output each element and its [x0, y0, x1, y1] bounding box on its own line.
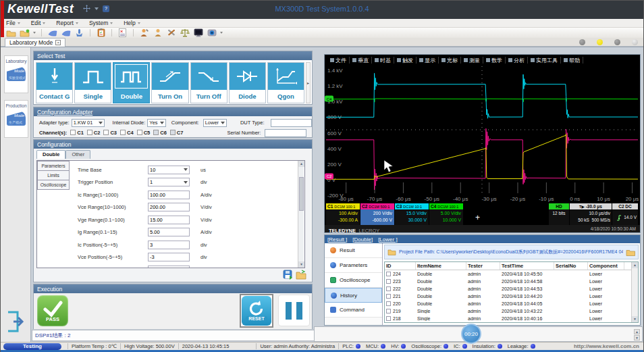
camera-icon[interactable]	[207, 28, 217, 37]
scroll-down-icon[interactable]: ▼	[298, 261, 304, 268]
manual-trigger-icon[interactable]	[74, 28, 84, 37]
scope-menu-item[interactable]: 实用工具	[528, 57, 561, 64]
channel-box-c1[interactable]: C1DC1M 100:1100 A/div-300.00 A	[326, 203, 360, 225]
scope-menu-item[interactable]: 帮助	[561, 57, 583, 64]
trigger-box[interactable]: C2 DC14.0 V	[612, 203, 638, 225]
table-row[interactable]: 221 Double admin 2020/4/18 10:44:20 Lowe…	[385, 293, 638, 300]
monitor-icon[interactable]	[193, 28, 203, 37]
field-select[interactable]: 1	[148, 178, 190, 186]
table-row[interactable]: 218 Single admin 2020/4/18 10:40:16 Lowe…	[385, 315, 638, 322]
scope-menu-item[interactable]: 触发	[394, 57, 417, 64]
table-row[interactable]: 223 Double admin 2020/4/18 10:44:58 Lowe…	[385, 278, 638, 285]
chevron-down-icon[interactable]	[95, 7, 99, 10]
tab-double[interactable]: Double	[36, 150, 65, 159]
test-qgon[interactable]: Qgon	[267, 62, 304, 103]
chevron-down-icon[interactable]	[33, 32, 36, 34]
form-scrollbar[interactable]: ▲ ▼	[298, 161, 304, 268]
table-row[interactable]: 224 Double admin 2020/4/18 10:45:50 Lowe…	[385, 270, 638, 278]
field-input[interactable]: 15.00	[148, 216, 190, 224]
menu-item[interactable]: Help	[124, 20, 140, 26]
menu-parameters[interactable]: Parameters	[325, 258, 382, 273]
scroll-down-icon[interactable]: ▼	[634, 335, 640, 341]
menu-item[interactable]: Edit	[31, 20, 46, 26]
scroll-up-icon[interactable]: ▲	[634, 329, 640, 334]
scope-menu-item[interactable]: 显示	[417, 57, 439, 64]
scales-icon[interactable]	[180, 28, 190, 37]
open-project-icon[interactable]	[6, 28, 16, 37]
menu-result[interactable]: Result	[325, 243, 382, 258]
channel-checkbox[interactable]: C7	[170, 130, 184, 136]
scope-menu-item[interactable]: 垂直	[350, 57, 372, 64]
test-double[interactable]: Double	[113, 62, 150, 103]
channel-box-c3[interactable]: C3DC1M 10:115.0 V/div30.000 V	[395, 203, 429, 225]
scope-menu-item[interactable]: 测量	[461, 57, 483, 64]
chevron-down-icon[interactable]	[220, 32, 223, 34]
channel-checkbox[interactable]: C2	[87, 130, 101, 136]
save-config-icon[interactable]	[283, 270, 293, 280]
scope-menu-item[interactable]: 数学	[483, 57, 506, 64]
task-list-icon[interactable]	[96, 28, 106, 37]
tab-other[interactable]: Other	[65, 150, 90, 159]
test-single[interactable]: Single	[74, 62, 111, 103]
tab-laboratory-mode[interactable]: Laboratory Mode ×	[5, 38, 65, 47]
scope-menu-item[interactable]: 光标	[439, 57, 461, 64]
menu-item[interactable]: Report	[56, 20, 78, 26]
component-select[interactable]: Lower	[203, 119, 227, 127]
channel-box-c2[interactable]: C2DC1M 500:1200 V/div-600.00 V	[360, 203, 394, 225]
menu-history[interactable]: History	[325, 288, 382, 303]
table-scrollbar[interactable]: ▲ ▼	[631, 262, 638, 322]
dut-type-input[interactable]	[271, 119, 312, 127]
move-icon[interactable]	[83, 5, 90, 12]
field-input[interactable]: 5.00	[148, 228, 190, 236]
open-folder-icon[interactable]	[626, 249, 635, 256]
field-input[interactable]: 0	[148, 266, 190, 268]
channel-checkbox[interactable]: C6	[153, 130, 167, 136]
pause-button[interactable]	[278, 295, 310, 326]
menu-item[interactable]: File	[6, 20, 20, 26]
laboratory-mode-card[interactable]: Laboratory Mode 实验室模式	[4, 55, 28, 93]
scroll-up-icon[interactable]: ▲	[632, 262, 638, 268]
tab-close-icon[interactable]: ×	[55, 40, 61, 45]
lower-link[interactable]: [Lower ]	[378, 236, 397, 243]
table-row[interactable]: 220 Double admin 2020/4/18 10:44:05 Lowe…	[385, 300, 638, 307]
channel-checkbox[interactable]: C4	[120, 130, 134, 136]
tools-icon[interactable]	[166, 28, 176, 37]
double-link[interactable]: [Double]	[352, 236, 373, 243]
production-mode-card[interactable]: Production Mode 生产模式	[4, 100, 28, 138]
test-turn-on[interactable]: Turn On	[151, 62, 188, 103]
row-checkbox[interactable]	[386, 316, 391, 321]
row-checkbox[interactable]	[386, 279, 391, 284]
test-contact-g[interactable]: Contact G	[36, 62, 73, 103]
scope-menu-item[interactable]: 时基	[372, 57, 394, 64]
internal-diode-select[interactable]: Yes	[147, 119, 165, 127]
field-input[interactable]: 100.00	[148, 191, 190, 199]
exit-button[interactable]	[5, 309, 27, 334]
help-icon[interactable]: ?	[103, 5, 109, 12]
row-checkbox[interactable]	[386, 301, 391, 306]
side-tab-oscilloscope[interactable]: Oscilloscope	[37, 180, 70, 190]
side-tab-parameters[interactable]: Parameters	[37, 161, 70, 171]
scope-menu-item[interactable]: 分析	[506, 57, 528, 64]
serial-number-input[interactable]	[265, 129, 306, 137]
field-input[interactable]: -3	[148, 253, 190, 261]
scope-menu-item[interactable]: 文件	[327, 57, 350, 64]
pass-status-button[interactable]: PASS	[37, 295, 68, 326]
row-checkbox[interactable]	[386, 294, 391, 299]
field-input[interactable]: 3	[148, 241, 190, 249]
side-tab-limits[interactable]: Limits	[37, 171, 70, 180]
result-link[interactable]: [Result ]	[327, 236, 347, 243]
reset-button[interactable]: RESET	[240, 294, 273, 328]
test-diode[interactable]: Diode	[229, 62, 266, 103]
menu-oscilloscope[interactable]: Oscilloscope	[325, 273, 382, 288]
scroll-down-icon[interactable]: ▼	[632, 316, 638, 322]
user-manage-icon[interactable]	[139, 28, 149, 37]
row-checkbox[interactable]	[386, 286, 391, 291]
row-checkbox[interactable]	[386, 272, 391, 276]
user-icon[interactable]	[153, 28, 163, 37]
table-row[interactable]: 219 Single admin 2020/4/18 10:43:22 Lowe…	[385, 307, 638, 315]
open-folder-icon[interactable]	[20, 28, 30, 37]
table-row[interactable]: 222 Double admin 2020/4/18 10:44:53 Lowe…	[385, 285, 638, 293]
scroll-right-button[interactable]: ▸	[306, 62, 311, 103]
channel-checkbox[interactable]: C3	[103, 130, 117, 136]
channel-checkbox[interactable]: C1	[70, 130, 84, 136]
